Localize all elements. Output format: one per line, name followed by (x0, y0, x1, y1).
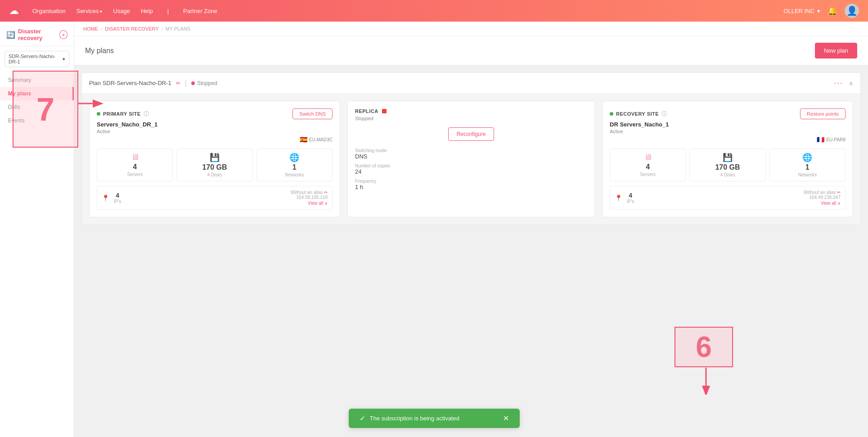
replica-label-text: REPLICA (355, 108, 378, 114)
recovery-ip-row: 📍 4 IP's Without an alias ✏ (610, 186, 846, 210)
primary-disks-value: 170 GB (202, 163, 227, 171)
nav-services[interactable]: Services (76, 8, 103, 14)
replica-switching-mode-label: Switching mode (355, 148, 587, 153)
primary-ip-alias-text: Without an alias (291, 190, 323, 195)
primary-networks-value: 1 (292, 163, 297, 171)
plan-divider: | (185, 79, 187, 87)
nav-divider: | (167, 8, 169, 14)
plan-actions: ··· ∧ (834, 78, 853, 88)
layout: 🔄 Disaster recovery + SDR-Servers-Nacho-… (0, 22, 868, 437)
sidebar-item-my-plans[interactable]: My plans (0, 87, 74, 100)
org-arrow-icon: ▾ (817, 8, 820, 14)
replica-copies-value: 24 (355, 168, 587, 175)
sidebar-nav: Summary My plans Drills Events (0, 70, 74, 131)
recovery-site-header: RECOVERY SITE ⓘ Restore points (610, 108, 846, 119)
recovery-ip-alias-text: Without an alias (804, 190, 836, 195)
primary-servers-label: Servers (127, 172, 142, 177)
recovery-stat-disks: 💾 170 GB 4 Disks (689, 149, 765, 181)
sidebar-title: 🔄 Disaster recovery (6, 28, 59, 41)
plan-status: Stopped (191, 80, 217, 86)
sidebar-item-drills[interactable]: Drills (0, 100, 74, 114)
recovery-networks-value: 1 (805, 163, 810, 171)
nav-help[interactable]: Help (141, 8, 153, 14)
cloud-icon: 🔄 (6, 31, 15, 39)
primary-ip-view-all[interactable]: View all ∨ (291, 201, 328, 206)
recovery-ip-view-all[interactable]: View all ∨ (804, 201, 841, 206)
primary-site-status-dot (97, 112, 100, 116)
primary-ip-row: 📍 4 IP's Without an alias ✏ (97, 186, 333, 210)
primary-site-status-text: Active (97, 129, 333, 134)
replica-status-indicator (382, 109, 387, 113)
page-header: My plans New plan (74, 36, 868, 65)
recovery-site-flag-icon: 🇫🇷 (817, 136, 824, 143)
plan-name: Plan SDR-Servers-Nacho-DR-1 (89, 80, 171, 86)
sidebar-item-events[interactable]: Events (0, 114, 74, 127)
switch-dns-button[interactable]: Switch DNS (292, 108, 333, 119)
status-dot (191, 81, 195, 85)
breadcrumb: HOME / DISASTER RECOVERY / MY PLANS (74, 22, 868, 36)
sidebar-header: 🔄 Disaster recovery + (0, 22, 74, 46)
recovery-ip-count: 4 (629, 192, 632, 199)
replica-switching-mode-value: DNS (355, 153, 587, 160)
nav-usage[interactable]: Usage (113, 8, 130, 14)
topnav-right: OLLER INC ▾ 🔔 👤 (783, 4, 859, 18)
restore-points-button[interactable]: Restore points (800, 108, 846, 119)
replica-frequency: Frequency 1 h (355, 179, 587, 190)
recovery-ip-edit-icon[interactable]: ✏ (837, 190, 841, 195)
main-content: HOME / DISASTER RECOVERY / MY PLANS My p… (74, 22, 868, 437)
disks-icon: 💾 (210, 153, 220, 162)
breadcrumb-home[interactable]: HOME (83, 26, 98, 32)
primary-site-info-icon[interactable]: ⓘ (144, 110, 149, 118)
org-selector[interactable]: OLLER INC ▾ (783, 8, 820, 14)
breadcrumb-current: MY PLANS (166, 26, 190, 32)
sites-grid: PRIMARY SITE ⓘ Switch DNS Servers_Nacho_… (82, 94, 860, 225)
plan-more-button[interactable]: ··· (834, 78, 843, 88)
sidebar: 🔄 Disaster recovery + SDR-Servers-Nacho-… (0, 22, 74, 437)
primary-ip-count: 4 (116, 192, 119, 199)
primary-site-name: Servers_Nacho_DR_1 (97, 121, 333, 128)
primary-servers-value: 4 (133, 163, 137, 171)
servers-icon: 🖥 (131, 153, 139, 162)
networks-icon: 🌐 (289, 153, 299, 162)
primary-site-card: PRIMARY SITE ⓘ Switch DNS Servers_Nacho_… (89, 101, 340, 217)
bell-icon[interactable]: 🔔 (828, 6, 837, 16)
toast-close-button[interactable]: ✕ (503, 414, 509, 423)
replica-copies: Number of copies 24 (355, 163, 587, 175)
nav-organisation[interactable]: Organisation (32, 8, 66, 14)
primary-ip-edit-icon[interactable]: ✏ (324, 190, 328, 195)
primary-ip-addr: 154.58.195.118 (291, 195, 328, 200)
primary-stat-networks: 🌐 1 Networks (256, 149, 333, 181)
recovery-networks-icon: 🌐 (802, 153, 812, 162)
recovery-site-label: RECOVERY SITE ⓘ (610, 110, 667, 118)
toast-check-icon: ✓ (360, 414, 365, 423)
reconfigure-button[interactable]: Reconfigure (448, 127, 495, 141)
primary-ip-details: Without an alias ✏ 154.58.195.118 View a… (291, 190, 328, 206)
replica-switching-mode: Switching mode DNS (355, 148, 587, 160)
primary-ip-alias: Without an alias ✏ (291, 190, 328, 195)
primary-networks-label: Networks (285, 172, 304, 177)
nav-partner-zone[interactable]: Partner Zone (183, 8, 217, 14)
page-title: My plans (85, 47, 114, 55)
replica-frequency-label: Frequency (355, 179, 587, 184)
selector-arrow-icon: ▾ (63, 56, 65, 62)
topnav: ☁ Organisation Services Usage Help | Par… (0, 0, 868, 22)
logo-icon[interactable]: ☁ (9, 5, 19, 17)
plan-collapse-button[interactable]: ∧ (849, 80, 853, 87)
sidebar-add-button[interactable]: + (59, 30, 67, 39)
plan-edit-icon[interactable]: ✏ (176, 80, 180, 86)
new-plan-button[interactable]: New plan (815, 43, 857, 59)
recovery-servers-icon: 🖥 (644, 153, 652, 162)
primary-site-header: PRIMARY SITE ⓘ Switch DNS (97, 108, 333, 119)
recovery-ip-details: Without an alias ✏ 154.49.236.247 View a… (804, 190, 841, 206)
breadcrumb-section[interactable]: DISASTER RECOVERY (105, 26, 159, 32)
recovery-ip-alias: Without an alias ✏ (804, 190, 841, 195)
plan-card-header: Plan SDR-Servers-Nacho-DR-1 ✏ | Stopped … (82, 73, 860, 94)
replica-card: REPLICA Stopped Reconfigure Switching mo… (347, 101, 595, 217)
recovery-site-info-icon[interactable]: ⓘ (661, 110, 667, 118)
sidebar-selector[interactable]: SDR-Servers-Nacho-DR-1 ▾ (4, 51, 69, 67)
recovery-stats-row: 🖥 4 Servers 💾 170 GB 4 Disks (610, 149, 846, 181)
toast-message: The subscription is being activated (370, 415, 459, 422)
avatar[interactable]: 👤 (845, 4, 859, 18)
sidebar-item-summary[interactable]: Summary (0, 73, 74, 87)
replica-frequency-value: 1 h (355, 184, 587, 190)
